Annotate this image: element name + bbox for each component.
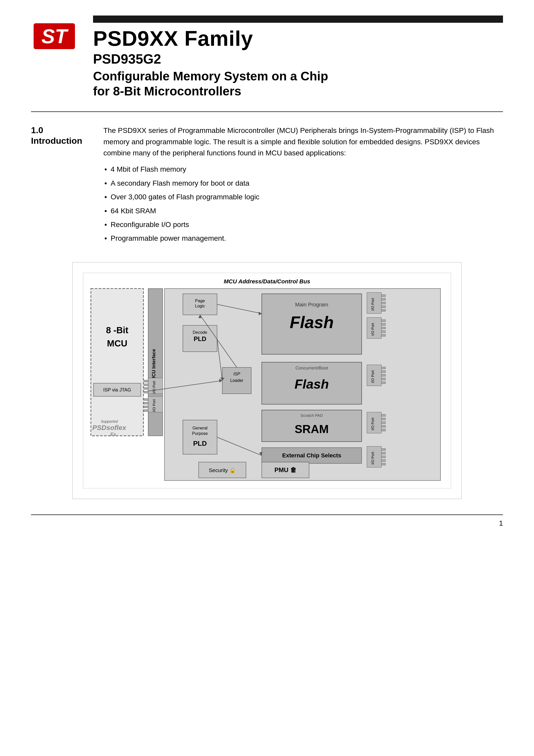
section-name: Introduction — [31, 135, 88, 146]
svg-text:MCU: MCU — [107, 338, 127, 348]
svg-rect-18 — [144, 387, 148, 390]
list-item: Reconfigurable I/O ports — [103, 219, 503, 230]
svg-rect-17 — [144, 384, 148, 386]
svg-rect-72 — [381, 320, 386, 322]
svg-text:PLD: PLD — [194, 335, 206, 342]
svg-rect-66 — [381, 298, 386, 300]
svg-rect-65 — [381, 294, 386, 297]
svg-text:I/O Port: I/O Port — [371, 418, 375, 430]
svg-text:PSDsoflex: PSDsoflex — [92, 424, 126, 432]
page-footer: 1 — [31, 515, 503, 538]
svg-text:Page: Page — [195, 298, 205, 303]
svg-rect-68 — [381, 306, 386, 308]
introduction-section: 1.0 Introduction The PSD9XX series of Pr… — [0, 112, 534, 257]
page-header: ST PSD9XX Family PSD935G2 Configurable M… — [0, 0, 534, 106]
svg-rect-86 — [381, 414, 386, 416]
product-family-title: PSD9XX Family — [93, 27, 503, 50]
svg-text:MCU Address/Data/Control Bus: MCU Address/Data/Control Bus — [224, 278, 310, 284]
svg-rect-94 — [381, 452, 386, 454]
section-number: 1.0 — [31, 125, 88, 135]
svg-text:I/O Port: I/O Port — [152, 381, 156, 393]
svg-rect-25 — [144, 410, 148, 412]
svg-text:SRAM: SRAM — [295, 422, 329, 435]
svg-text:MCU Interface: MCU Interface — [151, 349, 156, 381]
header-black-bar — [93, 15, 503, 23]
svg-rect-96 — [381, 459, 386, 462]
svg-text:ISP via JTAG: ISP via JTAG — [103, 387, 131, 392]
product-model-title: PSD935G2 — [93, 51, 503, 67]
svg-rect-90 — [381, 429, 386, 431]
svg-rect-53 — [183, 420, 217, 454]
svg-rect-74 — [381, 327, 386, 329]
svg-text:I/O Port: I/O Port — [371, 323, 375, 336]
svg-rect-67 — [381, 302, 386, 304]
svg-rect-76 — [381, 334, 386, 337]
svg-rect-22 — [144, 398, 148, 400]
svg-text:I/O Port: I/O Port — [152, 399, 156, 412]
svg-text:Purpose: Purpose — [192, 431, 208, 435]
svg-rect-23 — [144, 402, 148, 404]
svg-rect-19 — [144, 391, 148, 393]
svg-text:External Chip Selects: External Chip Selects — [282, 452, 341, 459]
svg-text:Decode: Decode — [193, 330, 207, 335]
svg-text:Concurrent/Boot: Concurrent/Boot — [295, 365, 328, 370]
svg-rect-87 — [381, 418, 386, 420]
section-body: The PSD9XX series of Programmable Microc… — [103, 125, 503, 247]
product-description-title: Configurable Memory System on a Chipfor … — [93, 69, 503, 98]
list-item: A secondary Flash memory for boot or dat… — [103, 177, 503, 189]
svg-text:General: General — [193, 425, 207, 430]
svg-text:Flash: Flash — [290, 312, 334, 332]
svg-rect-24 — [144, 406, 148, 408]
feature-list: 4 Mbit of Flash memory A secondary Flash… — [103, 164, 503, 244]
svg-text:8 -Bit: 8 -Bit — [106, 325, 128, 335]
chip-diagram-container: MCU Address/Data/Control Bus 8 -Bit MCU … — [72, 262, 462, 499]
svg-text:ISP: ISP — [233, 371, 240, 376]
svg-text:I/O Port: I/O Port — [371, 370, 375, 383]
chip-architecture-diagram: MCU Address/Data/Control Bus 8 -Bit MCU … — [83, 273, 451, 488]
svg-rect-97 — [381, 463, 386, 465]
intro-paragraph: The PSD9XX series of Programmable Microc… — [103, 125, 503, 158]
list-item: Programmable power management. — [103, 233, 503, 244]
svg-rect-69 — [381, 309, 386, 311]
list-item: 64 Kbit SRAM — [103, 205, 503, 216]
svg-text:I/O Port: I/O Port — [371, 452, 375, 464]
svg-rect-81 — [381, 374, 386, 376]
svg-rect-4 — [91, 288, 144, 436]
svg-text:Main Program: Main Program — [295, 302, 328, 308]
svg-rect-93 — [381, 448, 386, 450]
svg-rect-89 — [381, 425, 386, 427]
page-number: 1 — [499, 519, 503, 527]
svg-rect-88 — [381, 421, 386, 423]
svg-rect-83 — [381, 382, 386, 384]
svg-text:Security 🔒: Security 🔒 — [209, 467, 236, 474]
svg-text:ST: ST — [41, 25, 69, 47]
svg-text:PLD: PLD — [193, 440, 207, 447]
svg-rect-82 — [381, 378, 386, 380]
svg-text:I/O Port: I/O Port — [371, 298, 375, 310]
svg-text:Logic: Logic — [195, 304, 205, 308]
svg-text:Supported: Supported — [101, 419, 118, 423]
svg-rect-80 — [381, 370, 386, 373]
title-area: PSD9XX Family PSD935G2 Configurable Memo… — [93, 15, 503, 98]
svg-rect-73 — [381, 323, 386, 325]
svg-text:PMU 🗑: PMU 🗑 — [275, 467, 297, 473]
list-item: 4 Mbit of Flash memory — [103, 164, 503, 175]
section-label: 1.0 Introduction — [31, 125, 88, 247]
svg-rect-95 — [381, 456, 386, 458]
svg-rect-16 — [144, 380, 148, 382]
list-item: Over 3,000 gates of Flash programmable l… — [103, 191, 503, 202]
svg-text:Scratch PAD: Scratch PAD — [301, 413, 323, 418]
company-logo: ST — [31, 18, 78, 55]
svg-text:Ex: Ex — [110, 431, 116, 437]
svg-text:Loader: Loader — [230, 378, 244, 383]
svg-rect-79 — [381, 367, 386, 369]
svg-text:Flash: Flash — [295, 376, 329, 391]
svg-rect-75 — [381, 331, 386, 333]
